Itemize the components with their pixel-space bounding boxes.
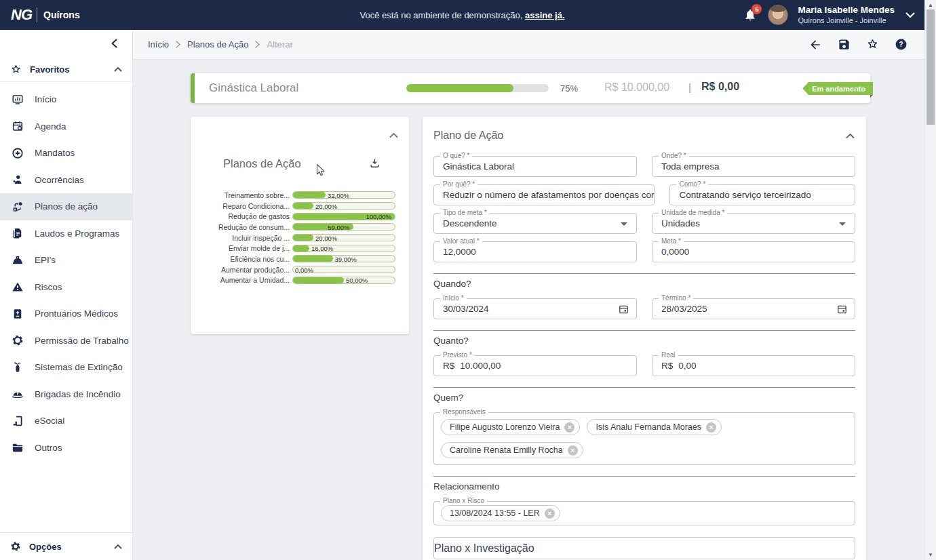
bar-row: Redução de gastos100,00% [203, 211, 395, 222]
sidebar-item-label: Outros [35, 443, 62, 453]
sidebar-item-label: eSocial [35, 416, 64, 426]
sidebar: Favoritos InícioAgendaMandatosOcorrência… [0, 30, 133, 560]
sidebar-item-inicio[interactable]: Início [0, 86, 132, 113]
user-avatar[interactable] [768, 5, 788, 25]
sidebar-item-label: Riscos [35, 282, 62, 292]
sidebar-item-epi-s[interactable]: EPI's [0, 247, 132, 274]
sidebar-item-planos-de-acao[interactable]: Planos de ação [0, 193, 132, 220]
field-label: O que? * [440, 152, 472, 160]
bar-row: Enviar molde de j...16,00% [203, 243, 395, 254]
favorites-header[interactable]: Favoritos [0, 57, 132, 82]
chart-collapse-button[interactable] [389, 129, 398, 141]
chip-remove-icon[interactable]: × [706, 422, 716, 433]
field-label: Real [659, 351, 678, 359]
form-body: O que? * Ginástica Laboral Onde? * Toda … [423, 156, 866, 560]
bar-track: 32,00% [292, 191, 395, 199]
svg-text:?: ? [899, 41, 903, 48]
sidebar-item-agenda[interactable]: Agenda [0, 113, 132, 140]
chip-remove-icon[interactable]: × [564, 422, 574, 433]
back-button[interactable] [808, 38, 822, 52]
bar-value-label: 32,00% [328, 191, 349, 199]
user-menu-button[interactable] [905, 9, 915, 21]
sidebar-item-esocial[interactable]: eSocial [0, 407, 132, 435]
sidebar-item-mandatos[interactable]: Mandatos [0, 140, 132, 167]
sidebar-item-riscos[interactable]: Riscos [0, 274, 132, 301]
o-que-field[interactable]: O que? * Ginástica Laboral [433, 156, 637, 177]
tipo-meta-select[interactable]: Tipo de meta * Descendente [433, 213, 637, 234]
dropdown-caret-icon [621, 222, 627, 226]
notifications-button[interactable]: 5 [742, 7, 758, 23]
bar-fill [293, 245, 309, 252]
section-quem: Quem? [433, 387, 855, 403]
field-value: Contratando serviço terceirizado [670, 190, 811, 200]
save-button[interactable] [838, 38, 851, 51]
favorites-label: Favoritos [30, 64, 70, 75]
bar-fill [293, 256, 333, 262]
options-row[interactable]: Opções [0, 532, 132, 560]
bar-track: 39,00% [292, 255, 395, 262]
field-label: Onde? * [659, 152, 689, 160]
field-label: Meta * [659, 237, 684, 245]
breadcrumb-inicio[interactable]: Início [148, 39, 169, 49]
real-field[interactable]: Real R$ 0,00 [652, 355, 855, 376]
bar-track: 50,00% [292, 277, 395, 284]
form-collapse-button[interactable] [846, 133, 855, 139]
sidebar-item-permissao-de-trabalho[interactable]: Permissão de Trabalho [0, 327, 132, 355]
calendar-icon[interactable] [618, 303, 629, 315]
plano-x-risco-field[interactable]: Plano x Risco 13/08/2024 13:55 - LER× [433, 501, 855, 525]
sidebar-item-brigadas-de-incendio[interactable]: Brigadas de Incêndio [0, 381, 132, 408]
field-label: Por quê? * [440, 180, 477, 188]
subscribe-link[interactable]: assine já. [525, 10, 565, 20]
bar-track: 20,00% [292, 202, 395, 209]
vertical-scrollbar[interactable]: ▲ ▼ [924, 0, 936, 560]
termino-date-field[interactable]: Término * 28/03/2025 [652, 298, 855, 319]
field-label: Unidade de medida * [659, 209, 727, 217]
favorite-button[interactable] [866, 38, 879, 51]
scrollbar-thumb[interactable] [927, 9, 935, 125]
options-collapse-button[interactable] [114, 544, 122, 549]
calendar-icon[interactable] [836, 303, 848, 315]
user-info[interactable]: Maria Isabelle Mendes Quírons Joinville … [798, 5, 895, 26]
field-label: Plano x Risco [440, 497, 487, 504]
app-logo[interactable]: NG Quírons [11, 6, 80, 24]
esocial-icon [11, 415, 24, 427]
por-que-field[interactable]: Por quê? * Reduzir o número de afastamen… [433, 184, 655, 205]
field-value: Reduzir o número de afastamentos por doe… [434, 190, 654, 200]
previsto-field[interactable]: Previsto * R$ 10.000,00 [433, 355, 637, 376]
page-actions: ? [808, 38, 924, 52]
bar-value-label: 16,00% [311, 245, 333, 252]
field-placeholder: Plano x Investigação [434, 542, 534, 555]
onde-field[interactable]: Onde? * Toda empresa [652, 156, 855, 177]
fire-extinguisher-icon [11, 361, 24, 374]
scroll-down-arrow-icon[interactable]: ▼ [925, 552, 936, 558]
sidebar-item-outros[interactable]: Outros [0, 435, 132, 462]
inicio-date-field[interactable]: Início * 30/03/2024 [433, 298, 637, 319]
help-button[interactable]: ? [895, 38, 908, 51]
unidade-medida-select[interactable]: Unidade de medida * Unidades [652, 213, 855, 234]
form-title: Plano de Ação [433, 129, 503, 142]
work-permit-gear-icon [11, 334, 24, 346]
sidebar-item-laudos-e-programas[interactable]: Laudos e Programas [0, 220, 132, 247]
sidebar-collapse-button[interactable] [111, 39, 117, 48]
app-root: NG Quírons Você está no ambiente de demo… [0, 0, 936, 560]
bar-value-label: 100,00% [366, 213, 391, 220]
plano-x-investigacao-field[interactable]: Plano x Investigação [433, 537, 855, 559]
bar-chart: Treinamento sobre...32,00%Reparo Condici… [203, 190, 395, 285]
chart-download-button[interactable] [369, 157, 381, 172]
como-field[interactable]: Como? * Contratando serviço terceirizado [669, 184, 855, 205]
bar-fill [293, 235, 313, 241]
chip-remove-icon[interactable]: × [568, 445, 578, 456]
chevron-left-icon [111, 39, 117, 48]
breadcrumb-planos-de-acao[interactable]: Planos de Ação [187, 39, 248, 49]
section-quanto: Quanto? [433, 330, 855, 346]
sidebar-item-prontuarios-medicos[interactable]: Prontuários Médicos [0, 300, 132, 327]
chip-remove-icon[interactable]: × [545, 508, 555, 519]
responsaveis-field[interactable]: Responsáveis Filipe Augusto Lorenzo Viei… [433, 412, 855, 465]
sidebar-item-sistemas-de-extincao[interactable]: Sistemas de Extinção [0, 354, 132, 381]
scroll-up-arrow-icon[interactable]: ▲ [925, 2, 936, 8]
favorites-collapse-button[interactable] [114, 66, 122, 72]
meta-field[interactable]: Meta * 0,0000 [652, 241, 855, 262]
sidebar-collapse-row [0, 30, 132, 57]
valor-atual-field[interactable]: Valor atual * 12,0000 [433, 241, 637, 262]
sidebar-item-ocorrencias[interactable]: Ocorrências [0, 167, 132, 194]
